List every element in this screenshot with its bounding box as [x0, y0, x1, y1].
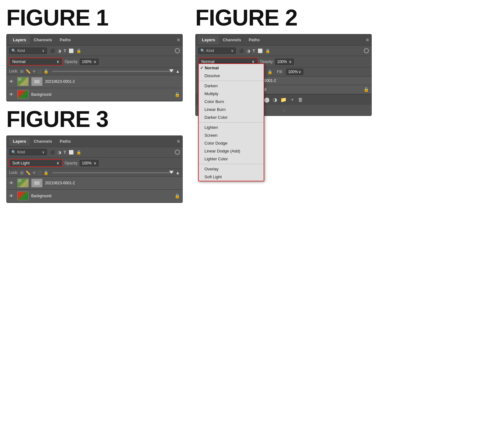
dropdown-item-darken[interactable]: Darken — [199, 82, 264, 90]
blend-mode-select-1[interactable]: Normal ∨ — [9, 58, 63, 66]
filter-icon-type-2[interactable]: T — [253, 49, 255, 53]
filter-icon-smart-2[interactable]: 🔒 — [265, 49, 270, 53]
filter-icons-2: ⬛ ◑ T ⬜ 🔒 — [239, 49, 270, 53]
tab-paths-1[interactable]: Paths — [56, 36, 74, 44]
search-box-1[interactable]: 🔍 Kind ∨ — [9, 48, 47, 54]
filter-icon-adjust-3[interactable]: ◑ — [58, 150, 61, 155]
filter-icon-type-1[interactable]: T — [64, 49, 66, 53]
search-box-2[interactable]: 🔍 Kind ∨ — [198, 48, 236, 54]
figure3-search-row: 🔍 Kind ∨ ⬛ ◑ T ⬜ 🔒 — [7, 147, 182, 158]
figure1-blend-row: Normal ∨ Opacity: 100% ∨ — [7, 56, 182, 67]
filter-icon-image-3[interactable]: ⬛ — [50, 150, 55, 155]
opacity-input-1[interactable]: 100% ∨ — [80, 59, 99, 65]
panel-menu-icon-3[interactable]: ≡ — [177, 139, 180, 144]
search-box-3[interactable]: 🔍 Kind ∨ — [9, 149, 47, 155]
lock-brush-3[interactable]: ✏️ — [26, 170, 31, 175]
lock-icon-1-1: 🔒 — [175, 92, 180, 97]
add-mask-icon-2[interactable]: ⬤ — [264, 97, 270, 103]
opacity-input-3[interactable]: 100% ∨ — [80, 160, 99, 166]
tab-channels-1[interactable]: Channels — [30, 36, 56, 44]
filter-icon-shape-2[interactable]: ⬜ — [258, 49, 263, 53]
opacity-input-2[interactable]: 100% ∨ — [275, 59, 294, 65]
layer-row-0-3[interactable]: 👁 20210623-0001-2 — [7, 177, 182, 190]
tab-paths-3[interactable]: Paths — [56, 137, 74, 146]
dropdown-item-multiply[interactable]: Multiply — [199, 90, 264, 98]
filter-icon-type-3[interactable]: T — [64, 150, 66, 155]
lock-transform-1[interactable]: ⬚ — [38, 69, 42, 74]
lock-padlock-3[interactable]: 🔒 — [43, 170, 49, 175]
dropdown-item-color-burn[interactable]: Color Burn — [199, 98, 264, 106]
lock-padlock-1[interactable]: 🔒 — [43, 69, 49, 74]
figure2-search-row: 🔍 Kind ∨ ⬛ ◑ T ⬜ 🔒 — [196, 46, 371, 56]
eye-icon-0-1[interactable]: 👁 — [9, 79, 15, 84]
lock-move-1[interactable]: ✛ — [32, 69, 36, 74]
filter-icon-smart-3[interactable]: 🔒 — [76, 150, 81, 155]
filter-icon-image-2[interactable]: ⬛ — [239, 49, 244, 53]
fill-input-2[interactable]: 100% ∨ — [286, 69, 303, 75]
dropdown-sep-1 — [199, 81, 264, 81]
fill-slider-thumb-3 — [169, 171, 174, 174]
dropdown-item-linear-burn[interactable]: Linear Burn — [199, 106, 264, 113]
filter-toggle-2[interactable] — [364, 48, 369, 53]
fill-slider-1[interactable] — [52, 71, 174, 72]
dropdown-item-lighter-color[interactable]: Lighter Color — [199, 155, 264, 163]
filter-icon-image-1[interactable]: ⬛ — [50, 49, 55, 53]
search-chevron-2: ∨ — [231, 49, 234, 53]
filter-icons-3: ⬛ ◑ T ⬜ 🔒 — [50, 150, 81, 155]
dropdown-sep-3 — [199, 164, 264, 164]
layer-thumb-1-1 — [17, 90, 29, 99]
tab-layers-2[interactable]: Layers — [198, 36, 219, 44]
lock-transform-3[interactable]: ⬚ — [38, 170, 42, 175]
tab-paths-2[interactable]: Paths — [245, 36, 263, 44]
eye-icon-1-3[interactable]: 👁 — [9, 193, 15, 198]
lock-padlock-2[interactable]: 🔒 — [267, 70, 272, 74]
filter-toggle-3[interactable] — [175, 150, 180, 155]
fill-label-2: Fill: — [277, 70, 283, 74]
tab-channels-3[interactable]: Channels — [30, 137, 56, 146]
tab-channels-2[interactable]: Channels — [219, 36, 245, 44]
dropdown-item-lighten[interactable]: Lighten — [199, 123, 264, 131]
layer-row-1-1[interactable]: 👁 Background 🔒 — [7, 88, 182, 101]
fill-chevron-2: ∨ — [298, 70, 301, 74]
figure2-tabs: Layers Channels Paths ≡ — [196, 34, 371, 46]
opacity-row-2: Opacity: 100% ∨ — [260, 59, 294, 65]
dropdown-item-linear-dodge[interactable]: Linear Dodge (Add) — [199, 147, 264, 155]
dropdown-item-normal[interactable]: Normal — [199, 64, 264, 72]
tab-layers-1[interactable]: Layers — [9, 36, 30, 44]
filter-icon-shape-1[interactable]: ⬜ — [69, 49, 74, 53]
lock-brush-1[interactable]: ✏️ — [26, 69, 31, 74]
dropdown-item-screen[interactable]: Screen — [199, 131, 264, 139]
figure3-panel: Layers Channels Paths ≡ 🔍 Kind ∨ ⬛ ◑ T ⬜… — [6, 135, 183, 203]
new-layer-icon-2[interactable]: ＋ — [290, 96, 295, 103]
lock-checkered-3[interactable]: ⊞ — [20, 170, 24, 175]
dropdown-item-soft-light[interactable]: Soft Light — [199, 173, 264, 181]
layer-row-0-2[interactable]: 0001-2 — [262, 77, 371, 85]
eye-icon-1-1[interactable]: 👁 — [9, 92, 15, 97]
filter-toggle-1[interactable] — [175, 48, 180, 53]
dropdown-item-color-dodge[interactable]: Color Dodge — [199, 139, 264, 147]
filter-icon-adjust-2[interactable]: ◑ — [247, 49, 250, 53]
filter-icon-adjust-1[interactable]: ◑ — [58, 49, 61, 53]
filter-icon-shape-3[interactable]: ⬜ — [69, 150, 74, 155]
lock-move-3[interactable]: ✛ — [32, 170, 36, 175]
layer-row-1-2[interactable]: d 🔒 — [262, 85, 371, 94]
eye-icon-0-3[interactable]: 👁 — [9, 180, 15, 186]
dropdown-item-dissolve[interactable]: Dissolve — [199, 72, 264, 80]
panel-menu-icon-1[interactable]: ≡ — [177, 37, 180, 43]
group-icon-2[interactable]: 📁 — [280, 97, 287, 103]
fill-triangle-1: ▲ — [175, 69, 180, 74]
panel-menu-icon-2[interactable]: ≡ — [366, 37, 369, 43]
layer-row-1-3[interactable]: 👁 Background 🔒 — [7, 190, 182, 203]
tab-layers-3[interactable]: Layers — [9, 137, 30, 146]
lock-checkered-1[interactable]: ⊞ — [20, 69, 24, 74]
fill-slider-3[interactable] — [52, 172, 174, 173]
delete-icon-2[interactable]: 🗑 — [298, 97, 303, 103]
opacity-value-1: 100% — [82, 60, 92, 64]
dropdown-item-darker-color[interactable]: Darker Color — [199, 113, 264, 121]
blend-mode-select-3[interactable]: Soft Light ∨ — [9, 159, 63, 167]
dropdown-item-overlay[interactable]: Overlay — [199, 165, 264, 173]
adjustment-icon-2[interactable]: ◑ — [273, 97, 277, 103]
layer-row-0-1[interactable]: 👁 20210623-0001-2 — [7, 75, 182, 88]
lock-icon-1-3: 🔒 — [175, 193, 180, 198]
filter-icon-smart-1[interactable]: 🔒 — [76, 49, 81, 53]
